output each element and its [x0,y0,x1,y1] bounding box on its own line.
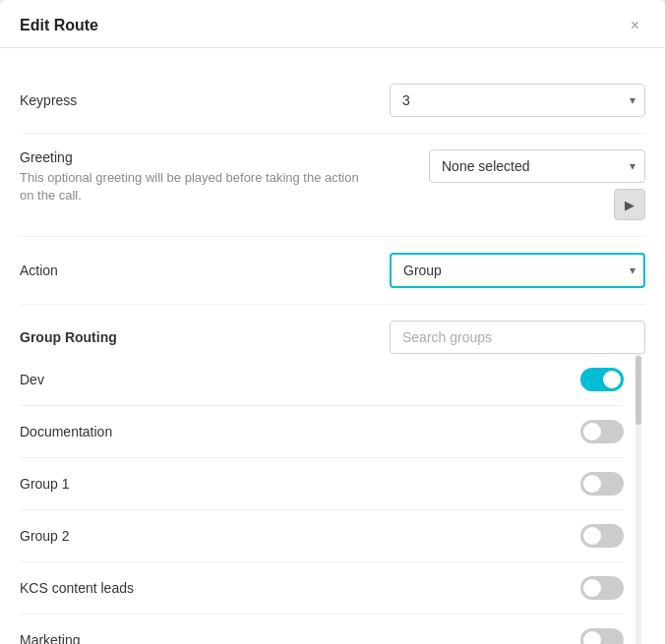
group-name-marketing: Marketing [20,632,80,644]
greeting-right: None selected ▾ ▶ [429,149,645,220]
group-item-group2: Group 2 [20,510,624,562]
toggle-dev[interactable] [580,368,624,391]
greeting-description: This optional greeting will be played be… [20,169,374,205]
toggle-dev-slider [580,368,624,391]
toggle-documentation-slider [580,420,624,443]
group-routing-section: Group Routing Dev Documentation [20,305,645,644]
modal-title: Edit Route [20,17,98,34]
keypress-label: Keypress [20,92,77,108]
group-name-documentation: Documentation [20,424,112,439]
groups-wrapper: Dev Documentation [20,354,645,644]
greeting-top: Greeting This optional greeting will be … [20,149,645,220]
keypress-row: Keypress 1 2 3 4 5 ▾ [20,68,645,134]
group-name-group1: Group 1 [20,476,70,492]
greeting-left: Greeting This optional greeting will be … [20,149,429,205]
action-select[interactable]: Group User Voicemail Hangup [390,253,645,288]
modal-header: Edit Route × [0,0,665,48]
keypress-select[interactable]: 1 2 3 4 5 [390,84,645,117]
group-routing-label: Group Routing [20,329,117,345]
keypress-select-wrapper: 1 2 3 4 5 ▾ [390,84,645,117]
close-button[interactable]: × [625,16,645,35]
group-name-group2: Group 2 [20,528,70,544]
toggle-marketing[interactable] [580,628,624,644]
search-groups-input[interactable] [390,321,645,354]
toggle-group1[interactable] [580,472,624,496]
scrollbar-track [632,354,641,644]
toggle-kcs[interactable] [580,576,624,600]
greeting-select-wrapper: None selected ▾ [429,149,645,183]
group-item-kcs: KCS content leads [20,562,624,615]
greeting-section: Greeting This optional greeting will be … [20,134,645,237]
modal-body: Keypress 1 2 3 4 5 ▾ Greeting This optio… [0,48,665,644]
edit-route-modal: Edit Route × Keypress 1 2 3 4 5 ▾ Greeti… [0,0,665,644]
group-item-group1: Group 1 [20,458,624,510]
toggle-kcs-slider [580,576,624,600]
play-button[interactable]: ▶ [614,189,645,220]
toggle-group2[interactable] [580,524,624,548]
toggle-documentation[interactable] [580,420,624,443]
group-item-marketing: Marketing [20,615,624,644]
greeting-label: Greeting [20,149,429,165]
group-item-dev: Dev [20,354,624,406]
group-item-documentation: Documentation [20,406,624,458]
action-label: Action [20,263,58,278]
toggle-marketing-slider [580,628,624,644]
group-routing-top: Group Routing [20,321,645,354]
groups-content: Dev Documentation [20,354,624,644]
play-icon: ▶ [625,198,635,212]
group-name-kcs: KCS content leads [20,580,134,596]
greeting-select[interactable]: None selected [429,149,645,183]
scrollbar-thumb [635,356,641,425]
toggle-group2-slider [580,524,624,548]
toggle-group1-slider [580,472,624,496]
action-row: Action Group User Voicemail Hangup ▾ [20,237,645,305]
action-select-wrapper: Group User Voicemail Hangup ▾ [390,253,645,288]
group-name-dev: Dev [20,372,44,387]
